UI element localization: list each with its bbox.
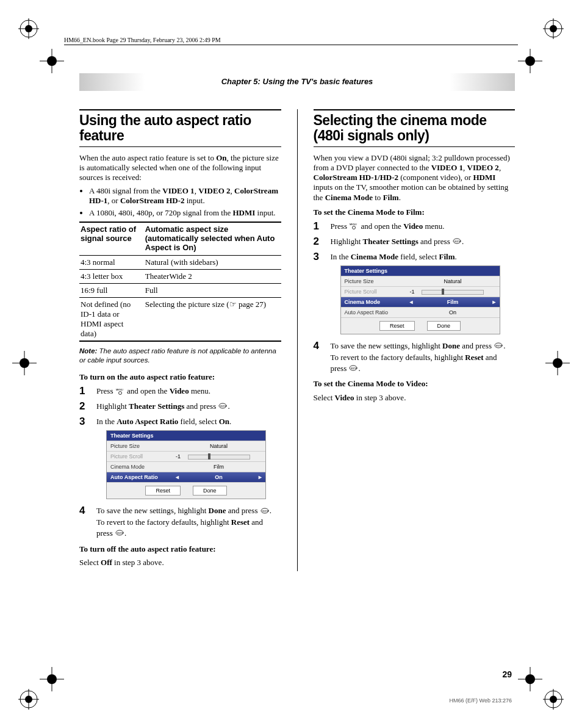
step-item: In the Auto Aspect Ratio field, select O…	[79, 416, 281, 427]
list-item: A 1080i, 480i, 480p, or 720p signal from…	[89, 208, 281, 218]
enter-button-icon: ENTER	[494, 341, 503, 352]
register-mark-icon	[543, 689, 564, 710]
step-item: To save the new settings, highlight Done…	[79, 505, 281, 539]
column-divider	[297, 109, 298, 571]
enter-button-icon: ENTER	[218, 402, 227, 413]
arrow-left-icon: ◄	[174, 474, 180, 480]
crop-mark-icon	[40, 667, 64, 691]
step-list: Press MENU and open the Video menu. High…	[314, 221, 516, 262]
osd-title: Theater Settings	[341, 266, 500, 276]
osd-theater-settings: Theater Settings Picture SizeNatural Pic…	[106, 430, 266, 499]
osd-done-button: Done	[427, 321, 461, 331]
osd-row-auto-aspect-ratio: Auto Aspect Ratio◄On►	[107, 472, 265, 482]
enter-button-icon: ENTER	[260, 506, 269, 517]
register-mark-icon	[18, 689, 39, 710]
list-item: A 480i signal from the VIDEO 1, VIDEO 2,…	[89, 186, 281, 206]
svg-text:MENU: MENU	[116, 388, 123, 391]
step-list: Press MENU and open the Video menu. High…	[79, 386, 281, 427]
step-item: Highlight Theater Settings and press ENT…	[79, 401, 281, 413]
body-text: When you view a DVD (480i signal; 3:2 pu…	[314, 153, 516, 203]
step-item: Press MENU and open the Video menu.	[314, 221, 516, 232]
procedure-heading: To turn on the auto aspect ratio feature…	[79, 372, 281, 382]
table-row: Not defined (no ID-1 data or HDMI aspect…	[79, 298, 281, 342]
crop-mark-icon	[518, 49, 542, 73]
enter-button-icon: ENTER	[115, 528, 124, 539]
step-item: To save the new settings, highlight Done…	[314, 341, 516, 374]
crop-mark-icon	[518, 667, 542, 691]
crop-mark-icon	[545, 351, 570, 375]
svg-point-43	[353, 226, 356, 229]
osd-done-button: Done	[193, 486, 227, 496]
menu-button-icon: MENU	[116, 387, 124, 398]
svg-text:ENTER: ENTER	[454, 240, 461, 243]
procedure-heading: To set the Cinema Mode to Video:	[314, 379, 516, 389]
svg-text:ENTER: ENTER	[496, 345, 503, 347]
osd-row-picture-scroll: Picture Scroll-1	[341, 286, 500, 297]
arrow-right-icon: ►	[492, 299, 497, 305]
table-header: Aspect ratio of signal source	[79, 222, 144, 255]
crop-mark-icon	[12, 351, 37, 375]
section-heading-auto-aspect: Using the auto aspect ratio feature	[79, 113, 281, 144]
arrow-right-icon: ►	[257, 474, 263, 480]
arrow-left-icon: ◄	[409, 299, 414, 305]
osd-reset-button: Reset	[145, 486, 181, 496]
osd-row-cinema-mode: Cinema ModeFilm	[107, 461, 265, 472]
note-text: Note: The auto aspect ratio feature is n…	[79, 347, 281, 365]
step-list: To save the new settings, highlight Done…	[314, 341, 516, 374]
osd-row-picture-scroll: Picture Scroll-1	[107, 451, 265, 461]
body-text: Select Video in step 3 above.	[314, 393, 516, 403]
svg-text:ENTER: ENTER	[117, 532, 124, 534]
table-row: 16:9 fullFull	[79, 284, 281, 298]
osd-row-cinema-mode: Cinema Mode◄Film►	[341, 297, 500, 307]
osd-row-auto-aspect-ratio: Auto Aspect RatioOn	[341, 307, 500, 317]
page-number: 29	[502, 669, 512, 679]
step-item: Highlight Theater Settings and press ENT…	[314, 236, 516, 248]
osd-title: Theater Settings	[107, 431, 265, 441]
register-mark-icon	[18, 18, 39, 39]
osd-theater-settings: Theater Settings Picture SizeNatural Pic…	[340, 265, 500, 334]
enter-button-icon: ENTER	[453, 237, 461, 248]
aspect-ratio-table: Aspect ratio of signal source Automatic …	[79, 222, 281, 342]
osd-row-picture-size: Picture SizeNatural	[341, 276, 500, 286]
chapter-title: Chapter 5: Using the TV's basic features	[79, 73, 515, 91]
section-heading-cinema-mode: Selecting the cinema mode (480i signals …	[314, 113, 516, 144]
procedure-heading: To turn off the auto aspect ratio featur…	[79, 544, 281, 554]
svg-text:ENTER: ENTER	[351, 367, 357, 369]
svg-text:ENTER: ENTER	[220, 405, 227, 408]
osd-row-picture-size: Picture SizeNatural	[107, 441, 265, 451]
body-text: When the auto aspect ratio feature is se…	[79, 153, 281, 183]
body-text: Select Off in step 3 above.	[79, 558, 281, 568]
footer-code: HM66 (E/F) Web 213:276	[450, 697, 512, 704]
osd-reset-button: Reset	[379, 321, 415, 331]
menu-button-icon: MENU	[350, 222, 358, 232]
svg-text:ENTER: ENTER	[262, 510, 269, 512]
table-row: 4:3 normalNatural (with sidebars)	[79, 256, 281, 270]
step-item: Press MENU and open the Video menu.	[79, 386, 281, 397]
running-header: HM66_EN.book Page 29 Thursday, February …	[64, 37, 518, 45]
svg-text:MENU: MENU	[350, 223, 357, 226]
step-item: In the Cinema Mode field, select Film.	[314, 251, 516, 262]
svg-point-35	[118, 391, 121, 394]
procedure-heading: To set the Cinema Mode to Film:	[314, 207, 516, 217]
crop-mark-icon	[40, 49, 64, 73]
bullet-list: A 480i signal from the VIDEO 1, VIDEO 2,…	[89, 186, 281, 218]
table-row: 4:3 letter boxTheaterWide 2	[79, 270, 281, 284]
register-mark-icon	[543, 18, 564, 39]
enter-button-icon: ENTER	[349, 364, 357, 375]
table-header: Automatic aspect size (automatically sel…	[144, 222, 281, 255]
step-list: To save the new settings, highlight Done…	[79, 505, 281, 539]
